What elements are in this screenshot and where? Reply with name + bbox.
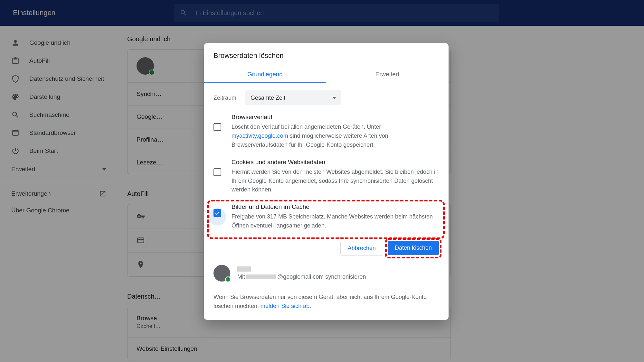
option-title: Cookies und andere Websitedaten <box>232 159 439 166</box>
email-redacted <box>246 274 276 279</box>
chevron-down-icon <box>332 97 336 99</box>
option-title: Bilder und Dateien im Cache <box>232 203 439 210</box>
account-email: Mit @googlemail.com synchronisieren <box>237 274 366 280</box>
time-range-label: Zeitraum <box>213 95 236 101</box>
clear-data-button[interactable]: Daten löschen <box>388 241 439 255</box>
cookies-checkbox[interactable] <box>213 168 221 176</box>
sign-out-link[interactable]: melden Sie sich ab <box>260 303 309 309</box>
time-range-dropdown[interactable]: Gesamte Zeit <box>245 90 341 105</box>
avatar <box>213 265 230 282</box>
option-desc: Hiermit werden Sie von den meisten Websi… <box>232 168 439 195</box>
dialog-footnote: Wenn Sie Browserdaten nur von diesem Ger… <box>204 288 449 311</box>
option-desc: Freigabe von 317 MB Speicherplatz. Manch… <box>232 212 439 230</box>
time-range-row: Zeitraum Gesamte Zeit <box>204 83 449 109</box>
account-text: Mit @googlemail.com synchronisieren <box>237 266 366 280</box>
sync-badge-icon <box>225 276 231 282</box>
check-icon <box>214 210 220 216</box>
option-desc: Löscht den Verlauf bei allen angemeldete… <box>232 123 439 150</box>
option-cookies: Cookies und andere Websitedaten Hiermit … <box>204 154 449 199</box>
account-name-redacted <box>237 266 251 272</box>
dialog-buttons: Abbrechen Daten löschen <box>204 235 449 264</box>
option-text: Browserverlauf Löscht den Verlauf bei al… <box>232 114 439 150</box>
tab-advanced[interactable]: Erweitert <box>326 66 449 83</box>
tab-basic[interactable]: Grundlegend <box>204 66 326 83</box>
history-checkbox[interactable] <box>213 123 221 131</box>
myactivity-link[interactable]: myactivity.google.com <box>232 133 288 139</box>
option-title: Browserverlauf <box>232 114 439 121</box>
dialog-tabs: Grundlegend Erweitert <box>204 66 449 83</box>
cancel-button[interactable]: Abbrechen <box>340 241 383 256</box>
time-range-value: Gesamte Zeit <box>251 95 285 101</box>
option-history: Browserverlauf Löscht den Verlauf bei al… <box>204 109 449 154</box>
account-row: Mit @googlemail.com synchronisieren <box>204 264 449 288</box>
option-text: Bilder und Dateien im Cache Freigabe von… <box>232 203 439 230</box>
clear-browsing-data-dialog: Browserdaten löschen Grundlegend Erweite… <box>204 43 449 320</box>
option-text: Cookies und andere Websitedaten Hiermit … <box>232 159 439 195</box>
option-cache: Bilder und Dateien im Cache Freigabe von… <box>204 199 449 235</box>
cache-checkbox[interactable] <box>213 209 221 217</box>
dialog-title: Browserdaten löschen <box>204 43 449 66</box>
